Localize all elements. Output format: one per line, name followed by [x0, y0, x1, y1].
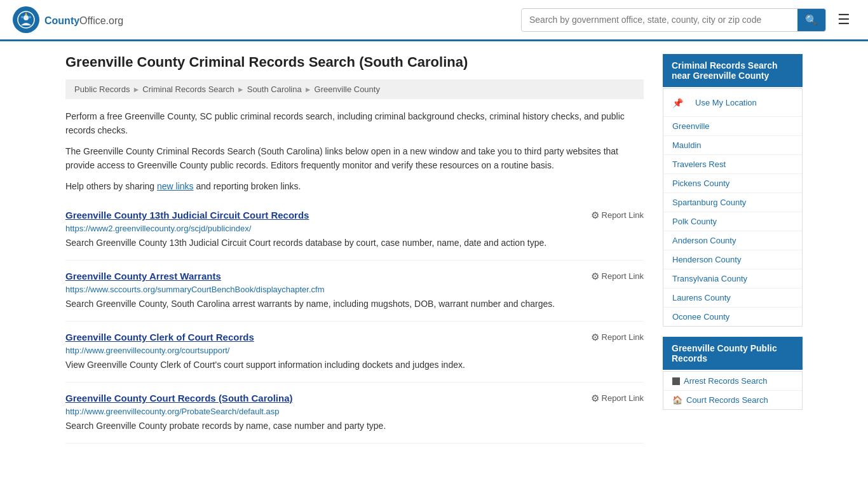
- use-my-location-link[interactable]: Use My Location: [686, 93, 766, 112]
- report-link-1[interactable]: ⚙ Report Link: [591, 210, 644, 221]
- sidebar-link-pickens-county[interactable]: Pickens County: [663, 174, 802, 193]
- search-bar: 🔍: [521, 8, 826, 32]
- result-item-4: Greenville County Court Records (South C…: [65, 383, 644, 444]
- sidebar-use-location[interactable]: 📌 Use My Location: [663, 89, 802, 117]
- sidebar-link-transylvania-county[interactable]: Transylvania County: [663, 269, 802, 288]
- report-icon-4: ⚙: [591, 393, 599, 404]
- sidebar-link-oconee-county[interactable]: Oconee County: [663, 308, 802, 326]
- logo-area: CountyOffice.org: [13, 6, 123, 33]
- result-desc-3: View Greenville County Clerk of Court's …: [65, 358, 644, 372]
- description-3: Help others by sharing new links and rep…: [65, 179, 644, 193]
- result-title-3[interactable]: Greenville County Clerk of Court Records: [65, 332, 254, 342]
- court-records-icon: 🏠: [672, 395, 682, 405]
- report-icon-3: ⚙: [591, 332, 599, 343]
- breadcrumb: Public Records ► Criminal Records Search…: [65, 79, 644, 99]
- sidebar: Criminal Records Search near Greenville …: [663, 54, 803, 444]
- sidebar-nearby-links: 📌 Use My Location Greenville Mauldin Tra…: [663, 88, 803, 327]
- content-area: Greenville County Criminal Records Searc…: [65, 54, 644, 444]
- sidebar-nearby-title: Criminal Records Search near Greenville …: [663, 54, 803, 87]
- arrest-records-icon: [672, 377, 680, 385]
- result-desc-2: Search Greenville County, South Carolina…: [65, 297, 644, 311]
- result-title-2[interactable]: Greenville County Arrest Warrants: [65, 271, 221, 281]
- sidebar-link-travelers-rest[interactable]: Travelers Rest: [663, 155, 802, 174]
- sidebar-court-records[interactable]: 🏠 Court Records Search: [663, 391, 802, 409]
- sidebar-link-anderson-county[interactable]: Anderson County: [663, 231, 802, 250]
- report-link-4[interactable]: ⚙ Report Link: [591, 393, 644, 404]
- breadcrumb-public-records[interactable]: Public Records: [74, 85, 130, 94]
- result-header-4: Greenville County Court Records (South C…: [65, 393, 644, 404]
- report-icon-2: ⚙: [591, 271, 599, 282]
- search-button[interactable]: 🔍: [797, 9, 825, 31]
- result-item-1: Greenville County 13th Judicial Circuit …: [65, 200, 644, 261]
- description-1: Perform a free Greenville County, SC pub…: [65, 109, 644, 138]
- logo-text: CountyOffice.org: [44, 13, 123, 27]
- description-2: The Greenville County Criminal Records S…: [65, 144, 644, 173]
- breadcrumb-criminal-records[interactable]: Criminal Records Search: [142, 85, 234, 94]
- sidebar-link-laurens-county[interactable]: Laurens County: [663, 288, 802, 308]
- breadcrumb-current: Greenville County: [315, 85, 380, 94]
- page-title: Greenville County Criminal Records Searc…: [65, 54, 644, 71]
- result-url-4: http://www.greenvillecounty.org/ProbateS…: [65, 407, 644, 416]
- result-desc-4: Search Greenville County probate records…: [65, 419, 644, 433]
- sidebar-link-greenville[interactable]: Greenville: [663, 117, 802, 136]
- result-header-1: Greenville County 13th Judicial Circuit …: [65, 210, 644, 221]
- new-links-link[interactable]: new links: [157, 181, 194, 191]
- result-item-3: Greenville County Clerk of Court Records…: [65, 322, 644, 383]
- result-url-3: http://www.greenvillecounty.org/courtsup…: [65, 346, 644, 355]
- header-right: 🔍 ☰: [521, 8, 855, 32]
- result-header-3: Greenville County Clerk of Court Records…: [65, 332, 644, 343]
- result-header-2: Greenville County Arrest Warrants ⚙ Repo…: [65, 271, 644, 282]
- svg-point-1: [24, 15, 29, 20]
- result-item-2: Greenville County Arrest Warrants ⚙ Repo…: [65, 261, 644, 322]
- sidebar-link-henderson-county[interactable]: Henderson County: [663, 250, 802, 269]
- report-link-3[interactable]: ⚙ Report Link: [591, 332, 644, 343]
- result-url-1: https://www2.greenvillecounty.org/scjd/p…: [65, 224, 644, 233]
- report-link-2[interactable]: ⚙ Report Link: [591, 271, 644, 282]
- header: CountyOffice.org 🔍 ☰: [0, 0, 868, 41]
- result-url-2: https://www.sccourts.org/summaryCourtBen…: [65, 285, 644, 294]
- sidebar-arrest-records[interactable]: Arrest Records Search: [663, 372, 802, 391]
- svg-point-2: [21, 16, 24, 18]
- breadcrumb-sep-3: ►: [304, 85, 312, 94]
- sidebar-public-records-title: Greenville County Public Records: [663, 337, 803, 370]
- result-title-4[interactable]: Greenville County Court Records (South C…: [65, 393, 293, 403]
- breadcrumb-south-carolina[interactable]: South Carolina: [247, 85, 302, 94]
- breadcrumb-sep-2: ►: [237, 85, 245, 94]
- logo-icon: [13, 6, 39, 33]
- report-icon-1: ⚙: [591, 210, 599, 221]
- svg-point-3: [29, 16, 31, 18]
- sidebar-link-polk-county[interactable]: Polk County: [663, 212, 802, 231]
- sidebar-link-mauldin[interactable]: Mauldin: [663, 136, 802, 155]
- breadcrumb-sep-1: ►: [132, 85, 140, 94]
- result-title-1[interactable]: Greenville County 13th Judicial Circuit …: [65, 210, 309, 220]
- main-container: Greenville County Criminal Records Searc…: [53, 41, 815, 456]
- search-input[interactable]: [522, 10, 797, 30]
- location-icon: 📌: [672, 98, 683, 108]
- sidebar-public-records-links: Arrest Records Search 🏠 Court Records Se…: [663, 371, 803, 410]
- result-desc-1: Search Greenville County 13th Judicial C…: [65, 236, 644, 250]
- sidebar-link-spartanburg-county[interactable]: Spartanburg County: [663, 193, 802, 212]
- menu-button[interactable]: ☰: [832, 9, 855, 30]
